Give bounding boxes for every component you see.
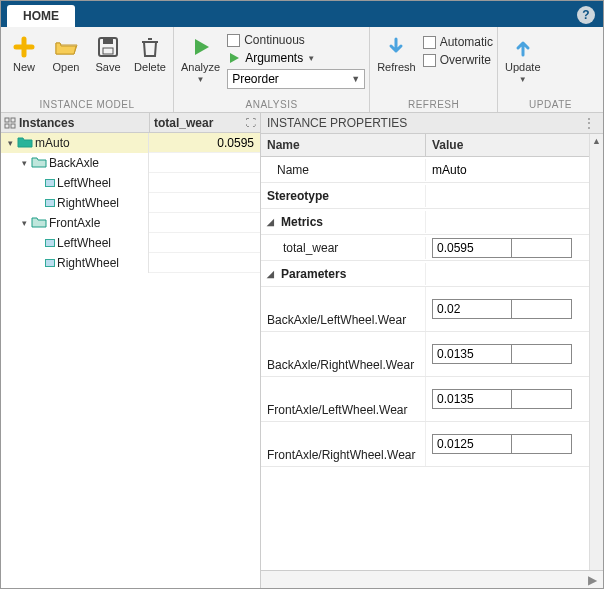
property-row: BackAxle/LeftWheel.Wear [261, 287, 589, 332]
play-icon [189, 35, 213, 59]
tree-row[interactable]: LeftWheel [1, 173, 260, 193]
property-value-cell [426, 236, 589, 260]
instances-tree[interactable]: ▾mAuto0.0595▾BackAxleLeftWheelRightWheel… [1, 133, 260, 588]
help-icon[interactable]: ? [577, 6, 595, 24]
tree-label: LeftWheel [57, 176, 111, 190]
property-value-input[interactable] [432, 299, 512, 319]
tree-value [149, 253, 260, 273]
properties-title: INSTANCE PROPERTIES ⋮ [261, 113, 603, 134]
property-unit-box[interactable] [512, 238, 572, 258]
tree-row[interactable]: RightWheel [1, 253, 260, 273]
component-icon [45, 259, 55, 267]
instances-header: Instances total_wear ⛶ [1, 113, 260, 133]
svg-rect-6 [11, 124, 15, 128]
properties-footer: ▶ [261, 570, 603, 588]
ribbon-group-instance-model: New Open Save Delete INSTANCE M [1, 27, 174, 112]
main-area: Instances total_wear ⛶ ▾mAuto0.0595▾Back… [1, 113, 603, 588]
expander-icon[interactable]: ▾ [19, 158, 29, 168]
chevron-down-icon: ▼ [307, 54, 315, 63]
property-value-cell [426, 432, 589, 456]
tree-row[interactable]: LeftWheel [1, 233, 260, 253]
chevron-down-icon: ▼ [197, 75, 205, 84]
property-value-cell: mAuto [426, 161, 589, 179]
tree-label: mAuto [35, 136, 70, 150]
chevron-down-icon: ▼ [351, 74, 360, 84]
property-row: ◢Parameters [261, 261, 589, 287]
property-value-cell [426, 342, 589, 366]
component-icon [45, 239, 55, 247]
tree-label: RightWheel [57, 256, 119, 270]
save-button[interactable]: Save [89, 33, 127, 75]
folder-icon [31, 216, 47, 231]
tree-row[interactable]: ▾FrontAxle [1, 213, 260, 233]
tree-value [149, 173, 260, 193]
ribbon-group-label: INSTANCE MODEL [5, 97, 169, 112]
automatic-checkbox[interactable]: Automatic [423, 35, 493, 49]
expand-icon[interactable]: ⛶ [246, 117, 256, 128]
scroll-right-icon[interactable]: ▶ [588, 573, 597, 587]
checkbox-icon [423, 54, 436, 67]
open-label: Open [53, 61, 80, 73]
arguments-button[interactable]: Arguments ▼ [227, 51, 365, 65]
ribbon-group-analysis: Analyze ▼ Continuous Arguments ▼ Preorde… [174, 27, 370, 112]
property-row: BackAxle/RightWheel.Wear [261, 332, 589, 377]
tree-row[interactable]: ▾BackAxle [1, 153, 260, 173]
ribbon-group-label: REFRESH [374, 97, 493, 112]
property-row: total_wear [261, 235, 589, 261]
folder-open-icon [17, 136, 33, 151]
play-small-icon [227, 51, 241, 65]
grid-icon [4, 117, 16, 129]
titlebar: HOME ? [1, 1, 603, 27]
scrollbar[interactable]: ▲ [589, 134, 603, 570]
properties-pane: INSTANCE PROPERTIES ⋮ Name Value NamemAu… [261, 113, 603, 588]
property-value-input[interactable] [432, 434, 512, 454]
folder-open-icon [54, 35, 78, 59]
more-icon[interactable]: ⋮ [583, 116, 597, 130]
save-label: Save [95, 61, 120, 73]
properties-body: NamemAutoStereotype◢Metricstotal_wear◢Pa… [261, 157, 589, 570]
checkbox-icon [227, 34, 240, 47]
property-value-input[interactable] [432, 238, 512, 258]
property-unit-box[interactable] [512, 299, 572, 319]
property-name: FrontAxle/RightWheel.Wear [261, 422, 426, 466]
property-name: BackAxle/LeftWheel.Wear [261, 287, 426, 331]
collapse-icon[interactable]: ◢ [267, 269, 277, 279]
analysis-order-combo[interactable]: Preorder ▼ [227, 69, 365, 89]
update-button[interactable]: Update ▼ [502, 33, 543, 86]
property-row: NamemAuto [261, 157, 589, 183]
tree-row[interactable]: RightWheel [1, 193, 260, 213]
expander-icon[interactable]: ▾ [5, 138, 15, 148]
refresh-button[interactable]: Refresh [374, 33, 419, 75]
analyze-button[interactable]: Analyze ▼ [178, 33, 223, 86]
property-name: total_wear [261, 237, 426, 259]
delete-button[interactable]: Delete [131, 33, 169, 75]
property-value-cell [426, 220, 589, 224]
svg-rect-2 [103, 48, 113, 54]
ribbon-group-refresh: Refresh Automatic Overwrite REFRESH [370, 27, 498, 112]
total-wear-col-label: total_wear [154, 116, 213, 130]
instances-col-label: Instances [19, 116, 74, 130]
continuous-checkbox[interactable]: Continuous [227, 33, 365, 47]
expander-icon[interactable]: ▾ [19, 218, 29, 228]
property-name: Stereotype [261, 185, 426, 207]
property-unit-box[interactable] [512, 389, 572, 409]
automatic-label: Automatic [440, 35, 493, 49]
overwrite-checkbox[interactable]: Overwrite [423, 53, 493, 67]
property-unit-box[interactable] [512, 344, 572, 364]
ribbon: New Open Save Delete INSTANCE M [1, 27, 603, 113]
collapse-icon[interactable]: ◢ [267, 217, 277, 227]
svg-rect-1 [103, 38, 113, 44]
tab-home[interactable]: HOME [7, 5, 75, 27]
scroll-up-icon[interactable]: ▲ [590, 134, 603, 148]
open-button[interactable]: Open [47, 33, 85, 75]
arrow-up-icon [511, 35, 535, 59]
continuous-label: Continuous [244, 33, 305, 47]
new-button[interactable]: New [5, 33, 43, 75]
properties-col-value: Value [426, 134, 589, 156]
trash-icon [138, 35, 162, 59]
property-unit-box[interactable] [512, 434, 572, 454]
tree-row[interactable]: ▾mAuto0.0595 [1, 133, 260, 153]
property-name: BackAxle/RightWheel.Wear [261, 332, 426, 376]
property-value-input[interactable] [432, 389, 512, 409]
property-value-input[interactable] [432, 344, 512, 364]
